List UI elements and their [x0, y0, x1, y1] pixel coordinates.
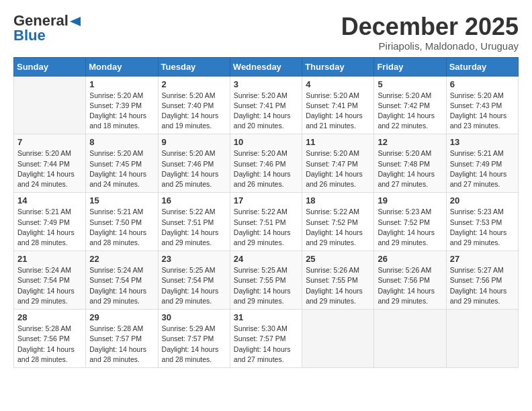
day-number: 22: [89, 254, 154, 264]
day-number: 24: [234, 254, 298, 264]
calendar-cell: 2 Sunrise: 5:20 AMSunset: 7:40 PMDayligh…: [158, 76, 230, 134]
day-number: 30: [162, 312, 226, 322]
day-detail: Sunrise: 5:29 AMSunset: 7:57 PMDaylight:…: [162, 324, 219, 363]
day-number: 3: [234, 79, 298, 89]
calendar-cell: 9 Sunrise: 5:20 AMSunset: 7:46 PMDayligh…: [158, 134, 230, 193]
day-detail: Sunrise: 5:26 AMSunset: 7:55 PMDaylight:…: [306, 266, 363, 305]
day-number: 4: [306, 79, 370, 89]
day-detail: Sunrise: 5:20 AMSunset: 7:48 PMDaylight:…: [378, 149, 435, 188]
day-number: 29: [89, 312, 154, 322]
day-detail: Sunrise: 5:24 AMSunset: 7:54 PMDaylight:…: [89, 266, 146, 305]
day-detail: Sunrise: 5:25 AMSunset: 7:55 PMDaylight:…: [234, 266, 291, 305]
weekday-header-row: SundayMondayTuesdayWednesdayThursdayFrid…: [14, 57, 519, 76]
logo-blue: Blue: [13, 28, 46, 43]
day-detail: Sunrise: 5:20 AMSunset: 7:43 PMDaylight:…: [450, 91, 507, 130]
day-number: 2: [162, 79, 226, 89]
weekday-header: Monday: [86, 57, 158, 76]
day-detail: Sunrise: 5:28 AMSunset: 7:56 PMDaylight:…: [17, 324, 75, 363]
day-detail: Sunrise: 5:25 AMSunset: 7:54 PMDaylight:…: [162, 266, 219, 305]
day-detail: Sunrise: 5:20 AMSunset: 7:47 PMDaylight:…: [306, 149, 363, 188]
day-detail: Sunrise: 5:20 AMSunset: 7:40 PMDaylight:…: [162, 91, 219, 130]
calendar-week-row: 21 Sunrise: 5:24 AMSunset: 7:54 PMDaylig…: [14, 251, 519, 310]
day-number: 18: [306, 195, 370, 205]
calendar-cell: 26 Sunrise: 5:26 AMSunset: 7:56 PMDaylig…: [374, 251, 446, 310]
day-detail: Sunrise: 5:26 AMSunset: 7:56 PMDaylight:…: [378, 266, 435, 305]
day-detail: Sunrise: 5:21 AMSunset: 7:49 PMDaylight:…: [17, 208, 75, 246]
logo: General Blue: [13, 13, 81, 43]
calendar-cell: 12 Sunrise: 5:20 AMSunset: 7:48 PMDaylig…: [374, 134, 446, 193]
calendar-cell: 14 Sunrise: 5:21 AMSunset: 7:49 PMDaylig…: [14, 193, 86, 251]
day-number: 5: [378, 79, 442, 89]
calendar-week-row: 7 Sunrise: 5:20 AMSunset: 7:44 PMDayligh…: [14, 134, 519, 193]
calendar-week-row: 28 Sunrise: 5:28 AMSunset: 7:56 PMDaylig…: [14, 310, 519, 368]
calendar-cell: 7 Sunrise: 5:20 AMSunset: 7:44 PMDayligh…: [14, 134, 86, 193]
location-subtitle: Piriapolis, Maldonado, Uruguay: [341, 40, 519, 52]
svg-marker-0: [70, 17, 81, 26]
calendar-cell: 19 Sunrise: 5:23 AMSunset: 7:52 PMDaylig…: [374, 193, 446, 251]
calendar-cell: 10 Sunrise: 5:20 AMSunset: 7:46 PMDaylig…: [230, 134, 302, 193]
day-detail: Sunrise: 5:20 AMSunset: 7:44 PMDaylight:…: [17, 149, 75, 188]
calendar-cell: 20 Sunrise: 5:23 AMSunset: 7:53 PMDaylig…: [446, 193, 518, 251]
calendar-cell: 27 Sunrise: 5:27 AMSunset: 7:56 PMDaylig…: [446, 251, 518, 310]
day-detail: Sunrise: 5:21 AMSunset: 7:49 PMDaylight:…: [450, 149, 507, 188]
day-detail: Sunrise: 5:21 AMSunset: 7:50 PMDaylight:…: [89, 208, 146, 246]
day-number: 9: [162, 137, 226, 147]
day-detail: Sunrise: 5:20 AMSunset: 7:41 PMDaylight:…: [234, 91, 291, 130]
day-detail: Sunrise: 5:24 AMSunset: 7:54 PMDaylight:…: [17, 266, 75, 305]
calendar-cell: 11 Sunrise: 5:20 AMSunset: 7:47 PMDaylig…: [302, 134, 374, 193]
calendar-cell: 5 Sunrise: 5:20 AMSunset: 7:42 PMDayligh…: [374, 76, 446, 134]
calendar-cell: 25 Sunrise: 5:26 AMSunset: 7:55 PMDaylig…: [302, 251, 374, 310]
day-number: 7: [17, 137, 82, 147]
day-number: 25: [306, 254, 370, 264]
day-number: 8: [89, 137, 154, 147]
day-number: 28: [17, 312, 82, 322]
day-number: 12: [378, 137, 442, 147]
day-detail: Sunrise: 5:20 AMSunset: 7:46 PMDaylight:…: [234, 149, 291, 188]
day-number: 21: [17, 254, 82, 264]
day-number: 17: [234, 195, 298, 205]
day-number: 13: [450, 137, 515, 147]
calendar-cell: 16 Sunrise: 5:22 AMSunset: 7:51 PMDaylig…: [158, 193, 230, 251]
logo-general: General: [13, 13, 69, 28]
day-number: 27: [450, 254, 515, 264]
weekday-header: Tuesday: [158, 57, 230, 76]
calendar-cell: 1 Sunrise: 5:20 AMSunset: 7:39 PMDayligh…: [86, 76, 158, 134]
day-detail: Sunrise: 5:30 AMSunset: 7:57 PMDaylight:…: [234, 324, 291, 363]
calendar-cell: 31 Sunrise: 5:30 AMSunset: 7:57 PMDaylig…: [230, 310, 302, 368]
calendar-cell: 22 Sunrise: 5:24 AMSunset: 7:54 PMDaylig…: [86, 251, 158, 310]
weekday-header: Wednesday: [230, 57, 302, 76]
day-detail: Sunrise: 5:22 AMSunset: 7:52 PMDaylight:…: [306, 208, 363, 246]
weekday-header: Sunday: [14, 57, 86, 76]
calendar-cell: 17 Sunrise: 5:22 AMSunset: 7:51 PMDaylig…: [230, 193, 302, 251]
day-number: 6: [450, 79, 515, 89]
weekday-header: Saturday: [446, 57, 518, 76]
calendar-cell: [14, 76, 86, 134]
month-title: December 2025: [341, 13, 519, 40]
calendar-cell: 6 Sunrise: 5:20 AMSunset: 7:43 PMDayligh…: [446, 76, 518, 134]
calendar-cell: 13 Sunrise: 5:21 AMSunset: 7:49 PMDaylig…: [446, 134, 518, 193]
day-number: 14: [17, 195, 82, 205]
calendar-cell: 15 Sunrise: 5:21 AMSunset: 7:50 PMDaylig…: [86, 193, 158, 251]
page-header: General Blue December 2025 Piriapolis, M…: [13, 13, 519, 52]
calendar-cell: [446, 310, 518, 368]
calendar-cell: 18 Sunrise: 5:22 AMSunset: 7:52 PMDaylig…: [302, 193, 374, 251]
day-number: 11: [306, 137, 370, 147]
day-number: 26: [378, 254, 442, 264]
day-detail: Sunrise: 5:27 AMSunset: 7:56 PMDaylight:…: [450, 266, 507, 305]
weekday-header: Friday: [374, 57, 446, 76]
day-number: 19: [378, 195, 442, 205]
day-detail: Sunrise: 5:20 AMSunset: 7:46 PMDaylight:…: [162, 149, 219, 188]
calendar-week-row: 14 Sunrise: 5:21 AMSunset: 7:49 PMDaylig…: [14, 193, 519, 251]
day-detail: Sunrise: 5:20 AMSunset: 7:39 PMDaylight:…: [89, 91, 146, 130]
day-number: 23: [162, 254, 226, 264]
calendar-cell: 24 Sunrise: 5:25 AMSunset: 7:55 PMDaylig…: [230, 251, 302, 310]
day-detail: Sunrise: 5:23 AMSunset: 7:52 PMDaylight:…: [378, 208, 435, 246]
day-detail: Sunrise: 5:20 AMSunset: 7:42 PMDaylight:…: [378, 91, 435, 130]
calendar-cell: [302, 310, 374, 368]
day-detail: Sunrise: 5:20 AMSunset: 7:45 PMDaylight:…: [89, 149, 146, 188]
day-detail: Sunrise: 5:23 AMSunset: 7:53 PMDaylight:…: [450, 208, 507, 246]
day-detail: Sunrise: 5:22 AMSunset: 7:51 PMDaylight:…: [162, 208, 219, 246]
calendar-cell: 21 Sunrise: 5:24 AMSunset: 7:54 PMDaylig…: [14, 251, 86, 310]
calendar-cell: 28 Sunrise: 5:28 AMSunset: 7:56 PMDaylig…: [14, 310, 86, 368]
calendar-cell: 23 Sunrise: 5:25 AMSunset: 7:54 PMDaylig…: [158, 251, 230, 310]
